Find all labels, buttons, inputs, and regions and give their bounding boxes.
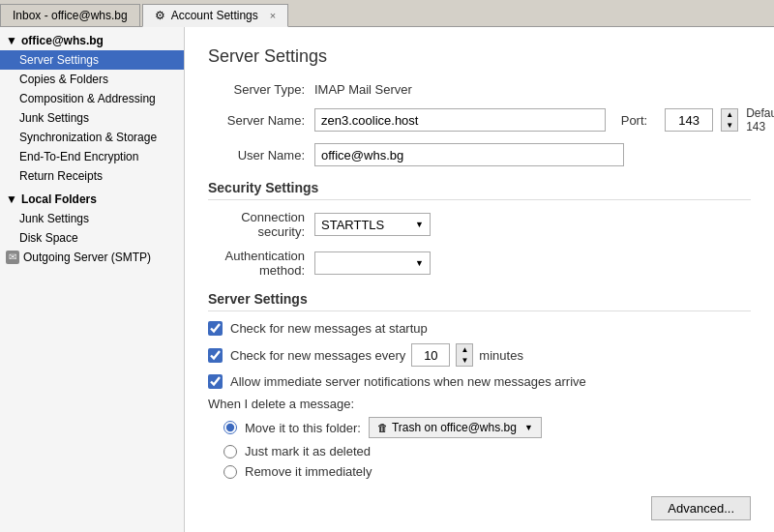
sidebar-item-junk-settings-local[interactable]: Junk Settings [0,209,184,228]
check-startup-row: Check for new messages at startup [208,321,751,336]
trash-folder-button[interactable]: 🗑 Trash on office@whs.bg ▼ [369,417,542,438]
sidebar-item-server-settings[interactable]: Server Settings [0,50,184,70]
minutes-down-button[interactable]: ▼ [457,355,472,366]
advanced-btn-container: Advanced... [208,487,751,520]
server-name-port-group: Port: ▲ ▼ Default: 143 [314,106,774,133]
advanced-button[interactable]: Advanced... [651,496,751,520]
remove-immediately-row: Remove it immediately [208,464,751,479]
minutes-up-button[interactable]: ▲ [457,344,472,355]
check-every-label: Check for new messages every [230,348,405,363]
dropdown-arrow-icon: ▼ [415,220,424,229]
move-to-folder-row: Move it to this folder: 🗑 Trash on offic… [208,417,751,438]
port-up-button[interactable]: ▲ [722,109,737,120]
minutes-input[interactable] [411,343,450,367]
check-every-row: Check for new messages every ▲ ▼ minutes [208,343,751,367]
remove-immediately-label: Remove it immediately [245,464,372,479]
move-to-folder-radio[interactable] [223,421,237,434]
local-folders-label: Local Folders [21,192,97,206]
move-to-folder-label: Move it to this folder: [245,421,361,435]
port-default-label: Default: 143 [746,106,774,133]
content-area: Server Settings Server Type: IMAP Mail S… [185,27,774,532]
server-type-label: Server Type: [208,82,314,97]
check-startup-checkbox[interactable] [208,321,223,336]
outgoing-label: Outgoing Server (SMTP) [23,251,151,264]
tab-settings[interactable]: ⚙ Account Settings × [142,4,289,27]
auth-dropdown-arrow-icon: ▼ [415,258,424,268]
main-layout: ▼ office@whs.bg Server Settings Copies &… [0,27,774,532]
sidebar-item-junk-settings[interactable]: Junk Settings [0,108,184,128]
sidebar-account[interactable]: ▼ office@whs.bg [0,31,184,50]
trash-folder-dropdown-arrow: ▼ [524,423,533,432]
minutes-suffix: minutes [479,348,523,363]
server-name-label: Server Name: [208,113,314,128]
connection-security-label: Connection security: [208,210,314,239]
auth-method-dropdown[interactable]: ▼ [314,251,431,275]
just-mark-label: Just mark it as deleted [245,444,371,458]
page-title: Server Settings [208,46,751,67]
minutes-spinner: ▲ ▼ [456,343,473,367]
port-label: Port: [613,113,657,128]
username-row: User Name: [208,143,751,166]
tab-inbox-label: Inbox - office@whs.bg [13,9,128,22]
allow-notifications-checkbox[interactable] [208,374,223,389]
tab-inbox[interactable]: Inbox - office@whs.bg [0,4,140,26]
server-type-value: IMAP Mail Server [314,82,412,97]
check-every-checkbox[interactable] [208,348,223,363]
server-settings-section-title: Server Settings [208,291,751,311]
sidebar-item-copies-folders[interactable]: Copies & Folders [0,70,184,89]
sidebar-item-end-to-end[interactable]: End-To-End Encryption [0,147,184,166]
just-mark-radio[interactable] [223,445,237,458]
port-input[interactable] [665,108,713,132]
close-icon[interactable]: × [270,10,276,21]
account-arrow-icon: ▼ [6,34,17,47]
delete-message-label: When I delete a message: [208,397,751,411]
account-name: office@whs.bg [21,34,104,47]
sidebar-item-return-receipts[interactable]: Return Receipts [0,166,184,186]
connection-security-row: Connection security: STARTTLS ▼ [208,210,751,239]
smtp-icon: ✉ [6,251,19,264]
auth-method-label: Authentication method: [208,249,314,278]
port-spinner: ▲ ▼ [721,108,738,132]
username-label: User Name: [208,148,314,163]
username-input[interactable] [314,143,624,166]
settings-icon: ⚙ [155,9,165,22]
tab-bar: Inbox - office@whs.bg ⚙ Account Settings… [0,0,774,27]
remove-immediately-radio[interactable] [223,465,237,479]
trash-folder-label: Trash on office@whs.bg [392,421,517,434]
just-mark-row: Just mark it as deleted [208,444,751,458]
minutes-row: Check for new messages every ▲ ▼ minutes [230,343,523,367]
sidebar-local-folders-header[interactable]: ▼ Local Folders [0,190,184,209]
connection-security-value: STARTTLS [321,218,384,232]
sidebar-item-disk-space[interactable]: Disk Space [0,228,184,248]
delete-message-group: When I delete a message: Move it to this… [208,397,751,479]
local-folders-arrow-icon: ▼ [6,192,17,206]
server-type-row: Server Type: IMAP Mail Server [208,82,751,97]
sidebar: ▼ office@whs.bg Server Settings Copies &… [0,27,185,532]
connection-security-dropdown[interactable]: STARTTLS ▼ [314,213,431,236]
allow-notifications-row: Allow immediate server notifications whe… [208,374,751,389]
server-name-row: Server Name: Port: ▲ ▼ Default: 143 [208,106,751,133]
security-section-title: Security Settings [208,180,751,200]
allow-notifications-label: Allow immediate server notifications whe… [230,374,586,389]
sidebar-outgoing-smtp[interactable]: ✉ Outgoing Server (SMTP) [0,248,184,267]
check-startup-label: Check for new messages at startup [230,321,428,336]
port-down-button[interactable]: ▼ [722,120,737,131]
sidebar-item-composition-addressing[interactable]: Composition & Addressing [0,89,184,108]
auth-method-row: Authentication method: ▼ [208,249,751,278]
sidebar-item-sync-storage[interactable]: Synchronization & Storage [0,128,184,147]
server-name-input[interactable] [314,108,606,132]
trash-icon: 🗑 [377,422,388,433]
tab-settings-label: Account Settings [171,9,258,22]
